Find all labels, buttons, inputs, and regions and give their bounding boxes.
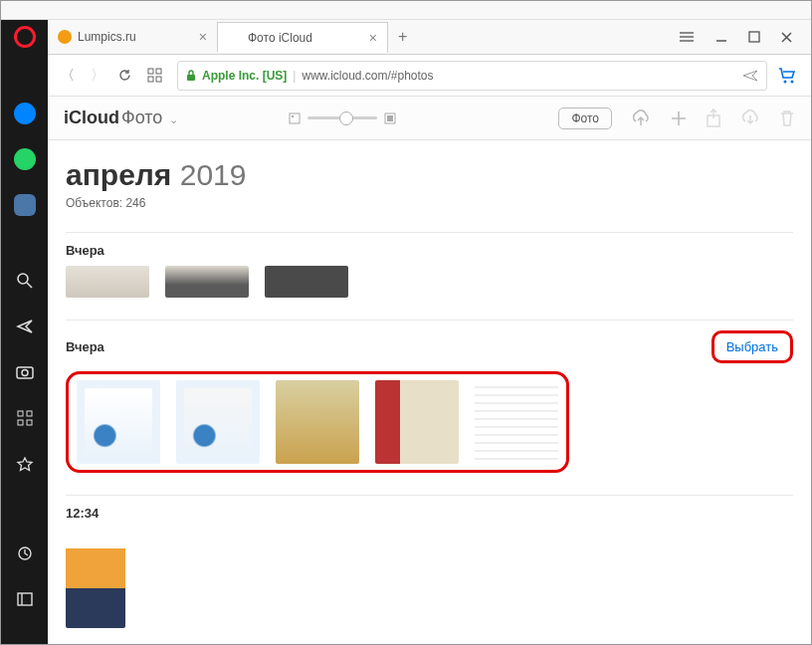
- back-icon[interactable]: 〈: [58, 67, 78, 85]
- svg-rect-17: [290, 113, 300, 123]
- new-tab-button[interactable]: +: [388, 28, 417, 46]
- speed-dial-icon[interactable]: [147, 68, 167, 83]
- window-controls: [679, 30, 811, 44]
- thumb-row: [66, 266, 793, 298]
- svg-rect-11: [18, 411, 23, 416]
- extensions-icon[interactable]: [14, 407, 36, 429]
- photo-thumb[interactable]: [165, 266, 249, 298]
- url-divider: |: [293, 69, 296, 83]
- send-icon[interactable]: [742, 70, 758, 82]
- body-row: iCloudФото ⌄ Фото: [1, 97, 811, 644]
- share-icon: [706, 108, 721, 128]
- photo-thumb[interactable]: [77, 380, 160, 464]
- icloud-photos-page: iCloudФото ⌄ Фото: [48, 97, 811, 644]
- photo-thumb[interactable]: [375, 380, 459, 464]
- sidebar-toggle-icon[interactable]: [14, 588, 36, 610]
- month-heading: апреля 2019: [66, 158, 793, 192]
- os-menubar: [1, 1, 811, 20]
- opera-logo-icon[interactable]: [14, 26, 36, 48]
- svg-rect-5: [187, 75, 195, 81]
- opera-rail-top: [1, 20, 48, 55]
- zoom-large-icon: [383, 111, 397, 125]
- svg-point-10: [22, 370, 28, 376]
- photo-thumb[interactable]: [66, 266, 149, 298]
- thumb-row: [66, 529, 793, 628]
- cert-org-label: Apple Inc. [US]: [202, 69, 287, 83]
- tab-strip: Lumpics.ru × Фото iCloud × +: [48, 20, 811, 55]
- bookmarks-icon[interactable]: [14, 453, 36, 475]
- brand-label: iCloudФото ⌄: [64, 108, 178, 128]
- svg-rect-13: [18, 420, 23, 425]
- svg-rect-20: [387, 115, 393, 121]
- svg-rect-14: [27, 420, 32, 425]
- photo-thumb[interactable]: [66, 529, 125, 628]
- url-input[interactable]: Apple Inc. [US] | www.icloud.com/#photos: [177, 61, 767, 91]
- photo-group-0: Вчера: [66, 232, 793, 298]
- photo-group-2: 12:34: [66, 495, 793, 628]
- photo-thumb[interactable]: [475, 380, 558, 464]
- close-icon[interactable]: ×: [369, 30, 377, 46]
- tab-icloud-photos[interactable]: Фото iCloud ×: [218, 22, 388, 53]
- tab-strip-row: Lumpics.ru × Фото iCloud × +: [1, 20, 811, 55]
- object-count: Объектов: 246: [66, 196, 793, 210]
- svg-rect-0: [749, 32, 759, 42]
- cart-icon[interactable]: [777, 67, 801, 85]
- svg-rect-3: [148, 77, 153, 82]
- close-window-icon[interactable]: [780, 31, 793, 44]
- svg-rect-18: [292, 115, 294, 117]
- svg-point-7: [791, 80, 794, 83]
- app-window: Lumpics.ru × Фото iCloud × +: [0, 0, 812, 645]
- zoom-small-icon: [288, 111, 302, 125]
- delete-icon: [779, 109, 795, 127]
- tab-lumpics[interactable]: Lumpics.ru ×: [48, 22, 218, 52]
- search-icon[interactable]: [14, 270, 36, 292]
- svg-rect-1: [148, 69, 153, 74]
- zoom-track[interactable]: [307, 116, 377, 119]
- opera-rail-mid: [1, 55, 48, 97]
- close-icon[interactable]: ×: [199, 29, 207, 45]
- flow-icon[interactable]: [14, 316, 36, 337]
- svg-rect-9: [17, 367, 33, 378]
- highlighted-thumb-row: [66, 371, 569, 473]
- download-icon: [739, 109, 761, 127]
- photo-group-1: Вчера Выбрать: [66, 320, 793, 473]
- select-button[interactable]: Выбрать: [711, 330, 793, 363]
- svg-point-6: [784, 80, 787, 83]
- zoom-slider[interactable]: [288, 111, 397, 125]
- svg-rect-12: [27, 411, 32, 416]
- group-header-label: Вчера: [66, 339, 104, 354]
- add-icon[interactable]: [670, 109, 688, 127]
- minimize-icon[interactable]: [714, 30, 728, 44]
- maximize-icon[interactable]: [748, 31, 760, 43]
- address-bar: 〈 〉 Apple Inc. [US] | www.icloud.com/#ph…: [48, 55, 811, 97]
- lock-icon: [186, 70, 196, 82]
- photo-thumb[interactable]: [265, 266, 348, 298]
- apple-favicon-icon: [228, 31, 242, 45]
- snapshot-icon[interactable]: [14, 361, 36, 383]
- photo-thumb[interactable]: [176, 380, 260, 464]
- svg-rect-16: [18, 593, 32, 605]
- history-icon[interactable]: [14, 542, 36, 564]
- photo-thumb[interactable]: [276, 380, 359, 464]
- zoom-thumb[interactable]: [339, 111, 353, 125]
- whatsapp-icon[interactable]: [14, 148, 36, 170]
- tab-label: Фото iCloud: [248, 31, 312, 45]
- vk-icon[interactable]: [14, 194, 36, 216]
- favicon-icon: [58, 30, 72, 44]
- view-photos-button[interactable]: Фото: [558, 108, 612, 129]
- tab-label: Lumpics.ru: [78, 30, 136, 44]
- svg-point-8: [18, 274, 28, 284]
- photos-scroll: апреля 2019 Объектов: 246 Вчера Вчер: [48, 140, 811, 644]
- svg-rect-4: [156, 77, 161, 82]
- reload-icon[interactable]: [117, 68, 137, 83]
- svg-rect-2: [156, 69, 161, 74]
- opera-sidebar: [1, 97, 48, 644]
- easy-setup-icon[interactable]: [679, 31, 695, 43]
- messenger-icon[interactable]: [14, 103, 36, 124]
- icloud-header: iCloudФото ⌄ Фото: [48, 97, 811, 140]
- group-header-label: Вчера: [66, 243, 104, 258]
- upload-icon[interactable]: [630, 109, 652, 127]
- url-text: www.icloud.com/#photos: [302, 69, 433, 83]
- chevron-down-icon[interactable]: ⌄: [169, 113, 178, 125]
- group-header-label: 12:34: [66, 506, 99, 521]
